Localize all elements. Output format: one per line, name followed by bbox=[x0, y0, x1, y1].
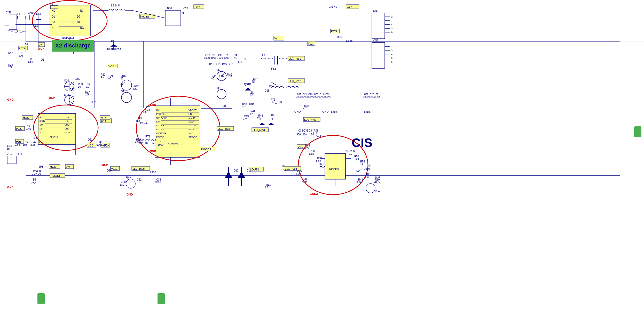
svg-text:2: 2 bbox=[391, 45, 392, 48]
svg-text:LLC_res2: LLC_res2 bbox=[289, 79, 301, 83]
cis-label: CIS bbox=[352, 136, 372, 150]
svg-text:20k: 20k bbox=[8, 66, 13, 69]
svg-text:330u: 330u bbox=[155, 181, 161, 184]
svg-text:22p: 22p bbox=[257, 117, 262, 120]
svg-text:D21: D21 bbox=[88, 138, 93, 141]
svg-text:GND: GND bbox=[65, 131, 70, 134]
svg-text:R12: R12 bbox=[8, 52, 13, 55]
svg-text:C45: C45 bbox=[39, 141, 44, 144]
svg-text:C11: C11 bbox=[320, 93, 324, 95]
svg-text:100k: 100k bbox=[353, 158, 359, 160]
svg-text:VAR1: VAR1 bbox=[28, 12, 35, 14]
schematic-svg: CN1 F1 VAR1 CX1 47u CORD_AC_inlet NCP161… bbox=[0, 0, 644, 326]
svg-text:R41: R41 bbox=[104, 143, 109, 146]
svg-text:GND: GND bbox=[322, 110, 329, 113]
svg-text:100u: 100u bbox=[211, 56, 216, 59]
svg-text:NC: NC bbox=[120, 84, 123, 87]
svg-text:1n: 1n bbox=[7, 147, 10, 150]
svg-text:68k: 68k bbox=[136, 119, 140, 122]
svg-text:MLPP: MLPP bbox=[189, 117, 195, 119]
svg-text:L6: L6 bbox=[319, 163, 322, 166]
svg-text:6: 6 bbox=[391, 61, 392, 63]
svg-text:HB: HB bbox=[189, 113, 192, 115]
svg-text:GND: GND bbox=[7, 98, 14, 101]
schematic-container: CN1 F1 VAR1 CX1 47u CORD_AC_inlet NCP161… bbox=[0, 0, 644, 326]
svg-text:NCP431: NCP431 bbox=[329, 168, 339, 171]
svg-text:JP3: JP3 bbox=[39, 165, 43, 168]
svg-text:20k: 20k bbox=[365, 176, 370, 178]
svg-text:VCC1: VCC1 bbox=[108, 65, 116, 68]
svg-text:5: 5 bbox=[391, 27, 392, 30]
svg-text:10n: 10n bbox=[303, 133, 307, 136]
svg-text:4.7: 4.7 bbox=[242, 105, 246, 108]
svg-text:GND: GND bbox=[102, 164, 108, 167]
svg-text:NCP1618: NCP1618 bbox=[48, 136, 58, 138]
svg-text:R54: R54 bbox=[375, 190, 380, 193]
svg-text:C12: C12 bbox=[325, 93, 330, 95]
svg-text:Vm: Vm bbox=[40, 124, 43, 126]
svg-text:2.4k: 2.4k bbox=[26, 127, 31, 130]
svg-text:NC: NC bbox=[52, 9, 55, 12]
pfc-label bbox=[37, 293, 45, 304]
svg-text:JP1: JP1 bbox=[7, 152, 12, 155]
svg-text:GND: GND bbox=[294, 110, 301, 113]
svg-text:R38: R38 bbox=[34, 137, 38, 140]
svg-text:NC: NC bbox=[120, 77, 123, 80]
svg-text:C71: C71 bbox=[375, 93, 380, 95]
svg-text:VM: VM bbox=[66, 165, 70, 168]
svg-text:HV: HV bbox=[66, 116, 69, 119]
svg-text:20k: 20k bbox=[85, 93, 90, 96]
svg-text:Q8: Q8 bbox=[217, 87, 221, 89]
svg-text:C30: C30 bbox=[314, 93, 318, 95]
svg-text:2.2n: 2.2n bbox=[32, 173, 37, 175]
svg-text:Vc: Vc bbox=[39, 43, 42, 46]
svg-text:GND: GND bbox=[127, 193, 133, 196]
svg-text:PMODE: PMODE bbox=[201, 148, 211, 151]
svg-text:D8: D8 bbox=[111, 39, 114, 42]
svg-text:22.6k: 22.6k bbox=[15, 143, 21, 146]
svg-text:OVP/OTP: OVP/OTP bbox=[156, 132, 167, 135]
svg-text:NC: NC bbox=[52, 27, 55, 29]
svg-text:C79: C79 bbox=[308, 93, 313, 95]
svg-text:22p: 22p bbox=[243, 118, 247, 120]
svg-text:GND: GND bbox=[189, 128, 194, 131]
svg-text:VCC: VCC bbox=[65, 124, 70, 126]
svg-text:C29: C29 bbox=[183, 7, 188, 10]
svg-text:F1: F1 bbox=[17, 13, 20, 15]
svg-text:GND: GND bbox=[150, 150, 156, 153]
svg-text:Vout+: Vout+ bbox=[347, 5, 354, 9]
svg-text:4.7k: 4.7k bbox=[145, 109, 150, 111]
svg-text:6: 6 bbox=[391, 31, 392, 34]
svg-text:NC: NC bbox=[234, 56, 237, 59]
llc-label bbox=[158, 293, 165, 304]
svg-text:100u: 100u bbox=[204, 56, 210, 59]
svg-text:LLC FB: LLC FB bbox=[156, 124, 164, 127]
svg-text:3n: 3n bbox=[182, 12, 185, 15]
second-side-label bbox=[634, 126, 641, 137]
svg-text:Vc: Vc bbox=[274, 37, 278, 40]
svg-text:34uH1: 34uH1 bbox=[329, 5, 337, 8]
svg-text:1.5k: 1.5k bbox=[309, 152, 314, 155]
svg-text:CX1: CX1 bbox=[36, 13, 41, 15]
svg-text:10: 10 bbox=[78, 85, 81, 88]
svg-text:VCC: VCC bbox=[189, 132, 194, 135]
svg-text:NC: NC bbox=[80, 9, 84, 12]
svg-text:HB4: HB4 bbox=[249, 103, 254, 105]
svg-text:R11: R11 bbox=[209, 63, 214, 66]
svg-rect-106 bbox=[38, 113, 76, 144]
svg-text:R16: R16 bbox=[229, 63, 233, 66]
svg-text:HB2: HB2 bbox=[91, 101, 96, 104]
svg-rect-338 bbox=[325, 153, 345, 179]
svg-text:LLC_mes: LLC_mes bbox=[218, 127, 230, 130]
svg-text:D11: D11 bbox=[269, 118, 273, 120]
svg-text:R41: R41 bbox=[222, 105, 226, 108]
svg-text:5: 5 bbox=[391, 57, 392, 59]
svg-text:GND: GND bbox=[189, 120, 194, 123]
svg-text:2k: 2k bbox=[38, 173, 41, 175]
svg-text:PMODE: PMODE bbox=[189, 136, 197, 138]
svg-text:20k: 20k bbox=[366, 167, 370, 170]
svg-text:R13: R13 bbox=[216, 63, 221, 66]
svg-text:LLC_res3: LLC_res3 bbox=[253, 128, 265, 132]
svg-text:47u: 47u bbox=[34, 25, 39, 28]
svg-text:NC: NC bbox=[107, 77, 111, 80]
